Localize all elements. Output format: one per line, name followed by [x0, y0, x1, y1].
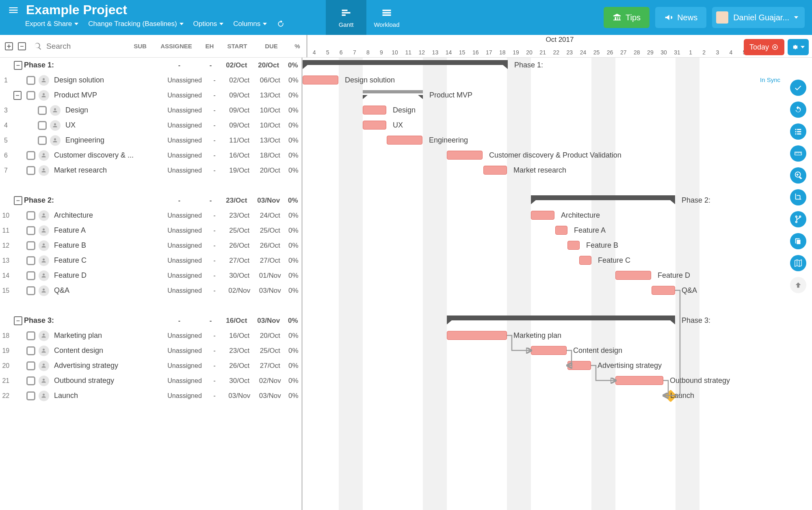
- task-row[interactable]: 10 Architecture Unassigned - 23/Oct 24/O…: [0, 208, 301, 223]
- assignee-icon[interactable]: [39, 285, 49, 296]
- task-checkbox[interactable]: [26, 331, 35, 340]
- menu-tracking[interactable]: Change Tracking (Baselines): [88, 20, 183, 28]
- rail-check-button[interactable]: [790, 80, 806, 96]
- task-bar[interactable]: [387, 136, 422, 145]
- user-menu[interactable]: Daniel Guajar...: [712, 7, 805, 28]
- settings-button[interactable]: [788, 39, 809, 55]
- task-row[interactable]: Product MVP Unassigned - 09/Oct 13/Oct 0…: [0, 88, 301, 103]
- task-bar[interactable]: [615, 376, 663, 385]
- task-checkbox[interactable]: [26, 151, 35, 160]
- task-checkbox[interactable]: [26, 361, 35, 370]
- menu-columns[interactable]: Columns: [233, 20, 267, 28]
- collapse-toggle[interactable]: [14, 196, 22, 205]
- col-assignee[interactable]: ASSIGNEE: [154, 43, 199, 50]
- assignee-icon[interactable]: [39, 75, 49, 86]
- task-checkbox[interactable]: [26, 256, 35, 265]
- assignee-icon[interactable]: [39, 90, 49, 101]
- task-checkbox[interactable]: [26, 211, 35, 220]
- tab-gantt[interactable]: Gantt: [326, 0, 366, 35]
- task-row[interactable]: 4 UX Unassigned - 09/Oct 10/Oct 0%: [0, 118, 301, 133]
- assignee-icon[interactable]: [50, 135, 61, 146]
- collapse-all-button[interactable]: [18, 42, 26, 50]
- task-row[interactable]: 18 Marketing plan Unassigned - 16/Oct 20…: [0, 328, 301, 343]
- task-checkbox[interactable]: [26, 376, 35, 385]
- collapse-toggle[interactable]: [13, 91, 22, 100]
- col-due[interactable]: DUE: [254, 43, 288, 50]
- rail-crop-button[interactable]: [790, 189, 806, 205]
- task-checkbox[interactable]: [26, 286, 35, 295]
- task-checkbox[interactable]: [26, 346, 35, 355]
- task-bar[interactable]: [447, 331, 507, 340]
- assignee-icon[interactable]: [50, 120, 61, 131]
- assignee-icon[interactable]: [50, 105, 61, 116]
- task-checkbox[interactable]: [38, 136, 47, 145]
- rail-undo-button[interactable]: [790, 102, 806, 118]
- task-row[interactable]: 3 Design Unassigned - 09/Oct 10/Oct 0%: [0, 103, 301, 118]
- task-checkbox[interactable]: [26, 241, 35, 250]
- task-bar[interactable]: [579, 256, 591, 265]
- task-bar[interactable]: [652, 286, 675, 295]
- task-checkbox[interactable]: [26, 391, 35, 400]
- task-row[interactable]: 22 Launch Unassigned - 03/Nov 03/Nov 0%: [0, 388, 301, 403]
- phase-bar[interactable]: [303, 60, 508, 65]
- task-bar[interactable]: [483, 166, 507, 175]
- phase-row[interactable]: Phase 2: - - 23/Oct 03/Nov 0%: [0, 193, 301, 208]
- task-bar[interactable]: [615, 271, 651, 280]
- rail-list-button[interactable]: [790, 123, 806, 140]
- today-button[interactable]: Today: [744, 39, 784, 55]
- task-row[interactable]: 15 Q&A Unassigned - 02/Nov 03/Nov 0%: [0, 283, 301, 298]
- search-input[interactable]: [46, 42, 111, 51]
- rail-map-button[interactable]: [790, 255, 806, 271]
- rail-ruler-button[interactable]: [790, 145, 806, 162]
- task-bar[interactable]: [531, 346, 567, 355]
- task-checkbox[interactable]: [26, 91, 35, 100]
- news-button[interactable]: News: [655, 7, 706, 28]
- task-row[interactable]: 13 Feature C Unassigned - 27/Oct 27/Oct …: [0, 253, 301, 268]
- rail-branch-button[interactable]: [790, 211, 806, 227]
- task-row[interactable]: 11 Feature A Unassigned - 25/Oct 25/Oct …: [0, 223, 301, 238]
- assignee-icon[interactable]: [39, 150, 49, 161]
- task-checkbox[interactable]: [38, 106, 47, 115]
- col-start[interactable]: START: [220, 43, 254, 50]
- task-bar[interactable]: [363, 106, 386, 115]
- phase-row[interactable]: Phase 1: - - 02/Oct 20/Oct 0%: [0, 58, 301, 73]
- task-checkbox[interactable]: [26, 76, 35, 85]
- task-bar[interactable]: [447, 151, 483, 160]
- task-row[interactable]: 5 Engineering Unassigned - 11/Oct 13/Oct…: [0, 133, 301, 148]
- assignee-icon[interactable]: [39, 376, 49, 386]
- phase-bar[interactable]: [531, 195, 675, 200]
- expand-all-button[interactable]: [5, 42, 13, 50]
- collapse-toggle[interactable]: [14, 61, 22, 70]
- task-row[interactable]: 6 Customer discovery & ... Unassigned - …: [0, 148, 301, 163]
- tab-workload[interactable]: Workload: [366, 0, 407, 35]
- rail-copy-button[interactable]: [790, 233, 806, 249]
- rail-up-button[interactable]: [790, 277, 806, 293]
- col-sub[interactable]: SUB: [127, 43, 154, 50]
- assignee-icon[interactable]: [39, 210, 49, 221]
- task-row[interactable]: 21 Outbound strategy Unassigned - 30/Oct…: [0, 373, 301, 388]
- menu-icon[interactable]: [6, 3, 20, 17]
- assignee-icon[interactable]: [39, 331, 49, 341]
- refresh-button[interactable]: [277, 20, 285, 28]
- menu-export[interactable]: Export & Share: [25, 20, 78, 28]
- task-row[interactable]: 1 Design solution Unassigned - 02/Oct 06…: [0, 73, 301, 88]
- task-bar[interactable]: [555, 226, 567, 235]
- task-bar[interactable]: [567, 241, 580, 250]
- task-row[interactable]: 19 Content design Unassigned - 23/Oct 25…: [0, 343, 301, 358]
- task-row[interactable]: 7 Market research Unassigned - 19/Oct 20…: [0, 163, 301, 178]
- collapse-toggle[interactable]: [14, 316, 22, 325]
- task-checkbox[interactable]: [26, 226, 35, 235]
- task-checkbox[interactable]: [26, 166, 35, 175]
- task-checkbox[interactable]: [38, 121, 47, 130]
- task-row[interactable]: 20 Advertising strategy Unassigned - 26/…: [0, 358, 301, 373]
- assignee-icon[interactable]: [39, 270, 49, 281]
- assignee-icon[interactable]: [39, 346, 49, 356]
- phase-row[interactable]: Phase 3: - - 16/Oct 03/Nov 0%: [0, 313, 301, 328]
- gantt-canvas[interactable]: Phase 1:Design solutionProduct MVPDesign…: [303, 58, 812, 510]
- assignee-icon[interactable]: [39, 361, 49, 371]
- assignee-icon[interactable]: [39, 165, 49, 176]
- task-row[interactable]: 12 Feature B Unassigned - 26/Oct 26/Oct …: [0, 238, 301, 253]
- task-bar[interactable]: [363, 121, 386, 130]
- task-row[interactable]: 14 Feature D Unassigned - 30/Oct 01/Nov …: [0, 268, 301, 283]
- task-bar[interactable]: [567, 361, 591, 370]
